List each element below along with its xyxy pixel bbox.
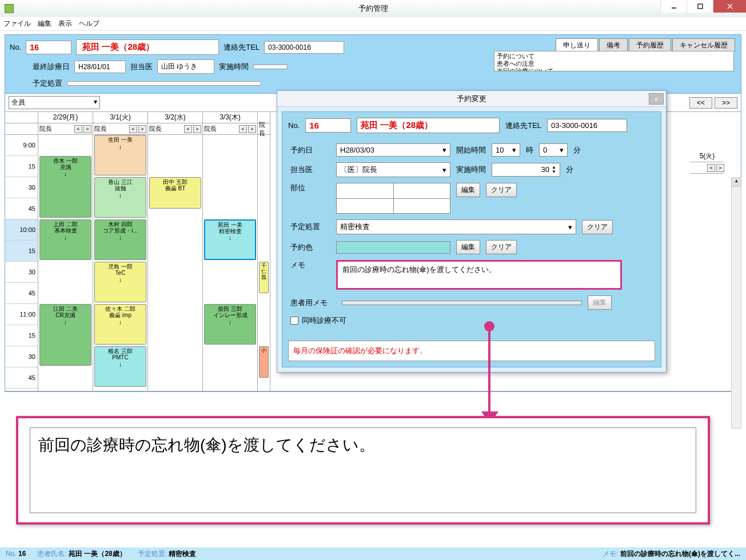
next-staff-icon[interactable]: > (716, 164, 724, 172)
tab-remarks[interactable]: 備考 (599, 38, 628, 52)
day-header[interactable]: 2/29(月) (38, 112, 93, 123)
doctor-label: 担当医 (130, 62, 153, 72)
day-header[interactable]: 3/3(木) (203, 112, 257, 123)
scrollbar[interactable]: ▴ (731, 177, 741, 391)
day-header[interactable]: 5(火) (690, 151, 724, 162)
titlebar: 予約管理 (0, 0, 746, 17)
close-button[interactable] (713, 0, 746, 13)
pmemo-field (342, 301, 582, 305)
staff-select[interactable]: 全員▾ (9, 96, 100, 109)
next-week-button[interactable]: >> (715, 97, 737, 109)
plan-label: 予定処置 (33, 78, 62, 89)
dialog-titlebar[interactable]: 予約変更 × (277, 91, 666, 107)
plan-clear-button[interactable]: クリア (582, 220, 613, 234)
date-combo[interactable]: H28/03/03▾ (336, 143, 450, 157)
prev-staff-icon[interactable]: < (129, 125, 137, 133)
note-line: 患者への注意 (497, 60, 731, 67)
chevron-down-icon: ▾ (560, 146, 564, 154)
appointment[interactable]: 江田 二美CR充填↓ (39, 304, 91, 366)
patient-no[interactable]: 16 (26, 41, 71, 54)
appointment[interactable]: 児島 一郎TeC↓ (94, 262, 146, 302)
tab-handover[interactable]: 申し送り (556, 38, 598, 52)
site-grid[interactable] (336, 183, 450, 214)
time-label: 45 (5, 283, 38, 304)
time-label: 30 (5, 177, 38, 198)
hour-unit: 時 (526, 145, 533, 155)
site-edit-button[interactable]: 編集 (456, 183, 480, 197)
note-line: 予約について (497, 53, 731, 60)
doctor-combo[interactable]: 〔医〕院長▾ (336, 162, 450, 177)
dur-field[interactable]: 30▲▼ (492, 163, 560, 177)
menu-file[interactable]: ファイル (3, 19, 31, 29)
prev-staff-icon[interactable]: < (707, 164, 715, 172)
site-clear-button[interactable]: クリア (486, 183, 517, 197)
tab-history[interactable]: 予約履歴 (629, 38, 671, 52)
maximize-button[interactable] (687, 0, 713, 13)
spin-down-icon[interactable]: ▼ (552, 170, 556, 174)
memo-label: メモ (290, 260, 330, 270)
appointment[interactable]: 生田 一美↓ (94, 135, 146, 175)
doctor-field[interactable]: 山田 ゆうき (157, 59, 214, 74)
menu-view[interactable]: 表示 (58, 19, 72, 29)
memo-field[interactable]: 前回の診療時の忘れ物(傘)を渡してください。 (336, 260, 622, 290)
minimize-button[interactable] (660, 0, 687, 13)
chevron-down-icon: ▾ (568, 223, 572, 231)
color-edit-button[interactable]: 編集 (456, 240, 480, 254)
svg-rect-1 (698, 4, 703, 9)
modal-contact[interactable]: 03-3000-0016 (547, 119, 627, 132)
appointment[interactable]: 小 (259, 346, 269, 378)
color-field[interactable] (336, 241, 450, 254)
dialog-close-button[interactable]: × (649, 93, 664, 105)
appointment[interactable]: 千仁義 (259, 262, 269, 293)
note-line: 次回の診療について (497, 67, 731, 71)
exclusive-checkbox[interactable]: 同時診療不可 (290, 315, 346, 326)
appointment[interactable]: 椎名 三郎PMTC↓ (94, 346, 146, 387)
menu-edit[interactable]: 編集 (38, 19, 51, 29)
notes-panel[interactable]: 予約について 患者への注意 次回の診療について (494, 51, 734, 71)
status-name: 苑田 一美（28歳） (69, 550, 126, 558)
day-header[interactable]: 3/1(火) (93, 112, 147, 123)
status-memo: 前回の診療時の忘れ物(傘)を渡してく... (620, 550, 740, 558)
duration-field[interactable] (253, 65, 288, 69)
prev-staff-icon[interactable]: < (74, 125, 82, 133)
status-memo-label: メモ: (603, 550, 618, 558)
min-combo[interactable]: 0▾ (539, 143, 568, 157)
day-header[interactable]: 3/2(水) (148, 112, 202, 123)
chevron-down-icon: ▾ (512, 146, 516, 154)
statusbar: No. 16 患者氏名: 苑田 一美（28歳） 予定処置: 精密検査 メモ: 前… (0, 547, 746, 560)
color-clear-button[interactable]: クリア (486, 240, 517, 254)
prev-week-button[interactable]: << (689, 97, 712, 109)
appointment[interactable]: 香山 三江抜髄↓ (94, 177, 146, 218)
site-label: 部位 (290, 183, 330, 193)
appointment[interactable]: 佐々木 二郎義歯 imp↓ (94, 304, 146, 345)
time-label: 9:00 (5, 135, 38, 156)
prev-staff-icon[interactable]: < (239, 125, 247, 133)
menu-help[interactable]: ヘルプ (79, 19, 99, 29)
lastdate-field[interactable]: H28/01/01 (74, 61, 126, 73)
modal-no[interactable]: 16 (305, 118, 351, 133)
next-staff-icon[interactable]: > (193, 125, 201, 133)
appointment[interactable]: 田中 五郎義歯 BT (149, 177, 201, 209)
pmemo-edit-button[interactable]: 編集 (588, 295, 612, 310)
tab-cancel-history[interactable]: キャンセル履歴 (672, 38, 735, 52)
prev-staff-icon[interactable]: < (184, 125, 192, 133)
appointment[interactable]: 木村 四郎コア形成・i...↓ (94, 219, 146, 260)
start-label: 開始時間 (456, 145, 486, 155)
appointment-selected[interactable]: 苑田 一美精密検査↓ (204, 219, 256, 260)
appointment[interactable]: 赤木 一郎充填↓ (39, 156, 91, 218)
memo-enlarged-text: 前回の診療時の忘れ物(傘)を渡してください。 (30, 427, 696, 513)
contact-field[interactable]: 03-3000-0016 (264, 41, 344, 54)
next-staff-icon[interactable]: > (138, 125, 146, 133)
modal-name: 苑田 一美（28歳） (357, 118, 500, 133)
plan-combo[interactable]: 精密検査▾ (336, 219, 576, 234)
scroll-up-icon[interactable]: ▴ (732, 178, 741, 187)
chevron-down-icon: ▾ (94, 98, 97, 107)
min-unit: 分 (573, 145, 581, 155)
hour-combo[interactable]: 10▾ (492, 143, 520, 157)
next-staff-icon[interactable]: > (248, 125, 256, 133)
staff-name: 院長 (39, 125, 52, 133)
plan-field[interactable] (67, 81, 261, 86)
appointment[interactable]: 上田 二郎基本検査↓ (39, 219, 91, 260)
next-staff-icon[interactable]: > (83, 125, 91, 133)
appointment[interactable]: 柴田 三郎インレー形成↓ (204, 304, 256, 345)
